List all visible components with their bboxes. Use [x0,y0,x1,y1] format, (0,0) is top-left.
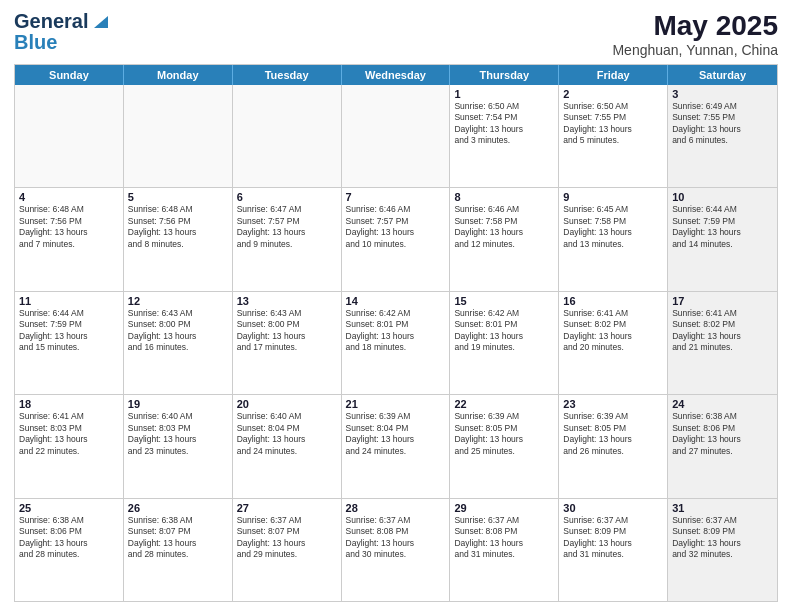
calendar-cell-w1d2: 6Sunrise: 6:47 AM Sunset: 7:57 PM Daylig… [233,188,342,290]
calendar-cell-w1d4: 8Sunrise: 6:46 AM Sunset: 7:58 PM Daylig… [450,188,559,290]
calendar-cell-w1d1: 5Sunrise: 6:48 AM Sunset: 7:56 PM Daylig… [124,188,233,290]
day-number: 31 [672,502,773,514]
header: General Blue May 2025 Menghuan, Yunnan, … [14,10,778,58]
calendar-cell-w4d5: 30Sunrise: 6:37 AM Sunset: 8:09 PM Dayli… [559,499,668,601]
calendar-cell-w2d4: 15Sunrise: 6:42 AM Sunset: 8:01 PM Dayli… [450,292,559,394]
day-number: 14 [346,295,446,307]
calendar-cell-w3d3: 21Sunrise: 6:39 AM Sunset: 8:04 PM Dayli… [342,395,451,497]
day-info: Sunrise: 6:48 AM Sunset: 7:56 PM Dayligh… [19,204,119,250]
day-number: 25 [19,502,119,514]
day-number: 20 [237,398,337,410]
day-number: 26 [128,502,228,514]
day-info: Sunrise: 6:42 AM Sunset: 8:01 PM Dayligh… [346,308,446,354]
day-number: 9 [563,191,663,203]
calendar: Sunday Monday Tuesday Wednesday Thursday… [14,64,778,602]
calendar-cell-w0d4: 1Sunrise: 6:50 AM Sunset: 7:54 PM Daylig… [450,85,559,187]
weekday-friday: Friday [559,65,668,85]
day-number: 10 [672,191,773,203]
page: General Blue May 2025 Menghuan, Yunnan, … [0,0,792,612]
calendar-week-1: 4Sunrise: 6:48 AM Sunset: 7:56 PM Daylig… [15,188,777,291]
day-info: Sunrise: 6:41 AM Sunset: 8:02 PM Dayligh… [672,308,773,354]
day-info: Sunrise: 6:38 AM Sunset: 8:06 PM Dayligh… [672,411,773,457]
day-number: 5 [128,191,228,203]
logo-icon [90,10,112,32]
day-number: 30 [563,502,663,514]
calendar-cell-w2d0: 11Sunrise: 6:44 AM Sunset: 7:59 PM Dayli… [15,292,124,394]
day-info: Sunrise: 6:40 AM Sunset: 8:04 PM Dayligh… [237,411,337,457]
logo-line2: Blue [14,32,57,52]
calendar-body: 1Sunrise: 6:50 AM Sunset: 7:54 PM Daylig… [15,85,777,601]
day-info: Sunrise: 6:38 AM Sunset: 8:06 PM Dayligh… [19,515,119,561]
day-info: Sunrise: 6:37 AM Sunset: 8:07 PM Dayligh… [237,515,337,561]
weekday-tuesday: Tuesday [233,65,342,85]
day-info: Sunrise: 6:38 AM Sunset: 8:07 PM Dayligh… [128,515,228,561]
calendar-week-4: 25Sunrise: 6:38 AM Sunset: 8:06 PM Dayli… [15,499,777,601]
main-title: May 2025 [612,10,778,42]
calendar-cell-w2d2: 13Sunrise: 6:43 AM Sunset: 8:00 PM Dayli… [233,292,342,394]
day-number: 22 [454,398,554,410]
day-info: Sunrise: 6:47 AM Sunset: 7:57 PM Dayligh… [237,204,337,250]
day-info: Sunrise: 6:41 AM Sunset: 8:02 PM Dayligh… [563,308,663,354]
day-info: Sunrise: 6:43 AM Sunset: 8:00 PM Dayligh… [128,308,228,354]
calendar-cell-w0d5: 2Sunrise: 6:50 AM Sunset: 7:55 PM Daylig… [559,85,668,187]
day-info: Sunrise: 6:39 AM Sunset: 8:05 PM Dayligh… [563,411,663,457]
calendar-cell-w2d1: 12Sunrise: 6:43 AM Sunset: 8:00 PM Dayli… [124,292,233,394]
day-number: 27 [237,502,337,514]
weekday-sunday: Sunday [15,65,124,85]
day-info: Sunrise: 6:37 AM Sunset: 8:08 PM Dayligh… [346,515,446,561]
day-info: Sunrise: 6:39 AM Sunset: 8:04 PM Dayligh… [346,411,446,457]
calendar-cell-w2d6: 17Sunrise: 6:41 AM Sunset: 8:02 PM Dayli… [668,292,777,394]
day-number: 23 [563,398,663,410]
day-number: 16 [563,295,663,307]
calendar-cell-w3d0: 18Sunrise: 6:41 AM Sunset: 8:03 PM Dayli… [15,395,124,497]
day-info: Sunrise: 6:46 AM Sunset: 7:58 PM Dayligh… [454,204,554,250]
day-number: 2 [563,88,663,100]
calendar-cell-w3d1: 19Sunrise: 6:40 AM Sunset: 8:03 PM Dayli… [124,395,233,497]
calendar-cell-w2d3: 14Sunrise: 6:42 AM Sunset: 8:01 PM Dayli… [342,292,451,394]
day-number: 3 [672,88,773,100]
calendar-cell-w2d5: 16Sunrise: 6:41 AM Sunset: 8:02 PM Dayli… [559,292,668,394]
day-number: 24 [672,398,773,410]
day-number: 6 [237,191,337,203]
day-info: Sunrise: 6:37 AM Sunset: 8:08 PM Dayligh… [454,515,554,561]
calendar-cell-w0d6: 3Sunrise: 6:49 AM Sunset: 7:55 PM Daylig… [668,85,777,187]
calendar-cell-w4d6: 31Sunrise: 6:37 AM Sunset: 8:09 PM Dayli… [668,499,777,601]
calendar-cell-w4d3: 28Sunrise: 6:37 AM Sunset: 8:08 PM Dayli… [342,499,451,601]
day-number: 28 [346,502,446,514]
day-number: 4 [19,191,119,203]
day-info: Sunrise: 6:41 AM Sunset: 8:03 PM Dayligh… [19,411,119,457]
day-number: 19 [128,398,228,410]
day-number: 8 [454,191,554,203]
day-info: Sunrise: 6:43 AM Sunset: 8:00 PM Dayligh… [237,308,337,354]
calendar-week-0: 1Sunrise: 6:50 AM Sunset: 7:54 PM Daylig… [15,85,777,188]
day-info: Sunrise: 6:39 AM Sunset: 8:05 PM Dayligh… [454,411,554,457]
calendar-cell-w3d6: 24Sunrise: 6:38 AM Sunset: 8:06 PM Dayli… [668,395,777,497]
calendar-cell-w0d3 [342,85,451,187]
calendar-cell-w4d0: 25Sunrise: 6:38 AM Sunset: 8:06 PM Dayli… [15,499,124,601]
logo-line1: General [14,11,88,31]
weekday-monday: Monday [124,65,233,85]
svg-marker-0 [94,16,108,28]
calendar-week-3: 18Sunrise: 6:41 AM Sunset: 8:03 PM Dayli… [15,395,777,498]
weekday-thursday: Thursday [450,65,559,85]
logo: General Blue [14,10,112,52]
weekday-wednesday: Wednesday [342,65,451,85]
calendar-cell-w3d4: 22Sunrise: 6:39 AM Sunset: 8:05 PM Dayli… [450,395,559,497]
day-number: 29 [454,502,554,514]
day-info: Sunrise: 6:40 AM Sunset: 8:03 PM Dayligh… [128,411,228,457]
day-number: 17 [672,295,773,307]
calendar-cell-w1d0: 4Sunrise: 6:48 AM Sunset: 7:56 PM Daylig… [15,188,124,290]
day-number: 21 [346,398,446,410]
day-info: Sunrise: 6:50 AM Sunset: 7:55 PM Dayligh… [563,101,663,147]
day-number: 12 [128,295,228,307]
day-info: Sunrise: 6:50 AM Sunset: 7:54 PM Dayligh… [454,101,554,147]
day-info: Sunrise: 6:37 AM Sunset: 8:09 PM Dayligh… [563,515,663,561]
calendar-cell-w4d2: 27Sunrise: 6:37 AM Sunset: 8:07 PM Dayli… [233,499,342,601]
calendar-cell-w0d1 [124,85,233,187]
calendar-cell-w1d5: 9Sunrise: 6:45 AM Sunset: 7:58 PM Daylig… [559,188,668,290]
weekday-saturday: Saturday [668,65,777,85]
day-info: Sunrise: 6:45 AM Sunset: 7:58 PM Dayligh… [563,204,663,250]
day-number: 7 [346,191,446,203]
day-info: Sunrise: 6:49 AM Sunset: 7:55 PM Dayligh… [672,101,773,147]
day-info: Sunrise: 6:37 AM Sunset: 8:09 PM Dayligh… [672,515,773,561]
